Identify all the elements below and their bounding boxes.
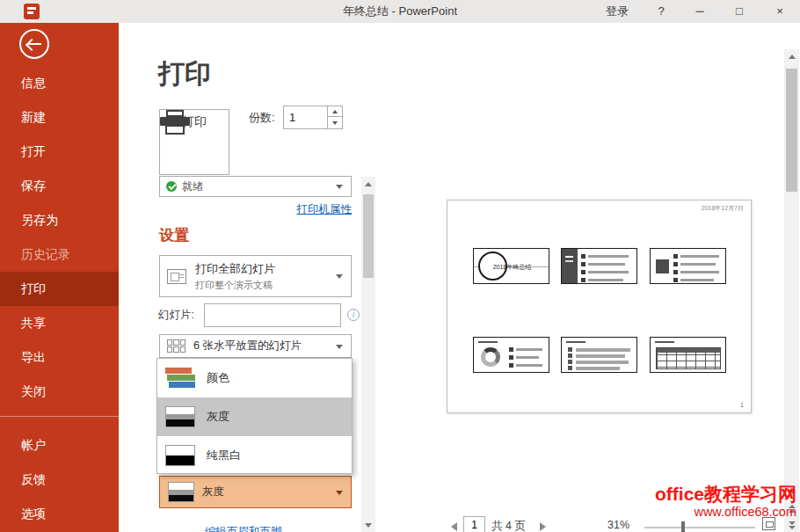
- sidebar-item-feedback[interactable]: 反馈: [0, 463, 119, 497]
- maximize-button[interactable]: □: [719, 0, 760, 23]
- color-option-grayscale[interactable]: 灰度: [157, 397, 352, 436]
- settings-scrollbar[interactable]: [361, 177, 375, 532]
- current-page-input[interactable]: [463, 516, 485, 532]
- slides-range-icon: [167, 269, 186, 284]
- back-button[interactable]: [19, 29, 49, 59]
- print-backstage: 打印 打印 份数: 就绪 打印机属性 设置 打印全部幻灯片: [119, 23, 800, 532]
- zoom-slider-thumb[interactable]: [681, 521, 685, 532]
- watermark-title: office教程学习网: [655, 484, 796, 505]
- preview-date-text: 2018年12月7日: [702, 204, 744, 213]
- powerpoint-backstage-window: 年终总结 - PowerPoint 登录 ? ─ □ × 信息 新建 打开 保存…: [0, 0, 800, 532]
- print-preview-page: 2018年12月7日 2018年终总结: [447, 200, 752, 413]
- backstage-sidebar: 信息 新建 打开 保存 另存为 历史记录 打印 共享 导出 关闭 帐户 反馈 选…: [0, 23, 119, 532]
- printer-dropdown[interactable]: 就绪: [159, 176, 352, 197]
- help-button[interactable]: ?: [642, 0, 680, 23]
- next-page-button[interactable]: [540, 522, 546, 531]
- copies-spinner: [327, 106, 342, 128]
- sidebar-item-options[interactable]: 选项: [0, 497, 119, 531]
- previous-page-button[interactable]: [451, 522, 457, 531]
- color-mode-popup: 颜色 灰度 纯黑白: [156, 358, 353, 474]
- sidebar-item-print[interactable]: 打印: [0, 272, 119, 306]
- arrow-up-icon: [789, 55, 796, 59]
- slides-label: 幻灯片:: [158, 303, 194, 327]
- edit-header-footer-link[interactable]: 编辑页眉和页脚: [205, 525, 282, 532]
- scroll-down-button[interactable]: [361, 518, 375, 532]
- page-total-label: 共 4 页: [491, 519, 526, 532]
- next-slide-button[interactable]: [784, 518, 799, 532]
- color-mode-icon: [165, 368, 195, 389]
- window-controls: 登录 ? ─ □ ×: [593, 0, 800, 23]
- sidebar-item-save[interactable]: 保存: [0, 169, 119, 203]
- titlebar: 年终总结 - PowerPoint 登录 ? ─ □ ×: [0, 0, 800, 23]
- donut-chart-decoration: [481, 347, 500, 367]
- copies-label: 份数:: [249, 106, 275, 129]
- print-range-dropdown[interactable]: 打印全部幻灯片 打印整个演示文稿: [159, 255, 352, 297]
- close-button[interactable]: ×: [760, 0, 800, 23]
- page-title: 打印: [158, 56, 211, 92]
- arrow-down-icon: [365, 523, 372, 528]
- grayscale-mode-icon: [168, 482, 194, 502]
- site-watermark: office教程学习网 www.office68.com: [655, 484, 796, 520]
- layout-dropdown[interactable]: 6 张水平放置的幻灯片: [159, 334, 352, 358]
- copies-input[interactable]: [284, 106, 327, 128]
- slides-range-input[interactable]: [204, 303, 341, 327]
- sidebar-item-close-file[interactable]: 关闭: [0, 375, 119, 409]
- copies-decrement-button[interactable]: [328, 118, 342, 128]
- copies-increment-button[interactable]: [328, 106, 342, 117]
- table-decoration: [656, 347, 721, 369]
- pure-bw-mode-icon: [165, 445, 195, 466]
- sidebar-item-save-as[interactable]: 另存为: [0, 203, 119, 237]
- sidebar-divider: [0, 416, 119, 417]
- slide-thumbnail-4: [473, 337, 549, 373]
- sidebar-item-history[interactable]: 历史记录: [0, 237, 119, 272]
- zoom-slider-track[interactable]: [644, 527, 755, 528]
- minimize-button[interactable]: ─: [680, 0, 719, 23]
- spinner-up-icon: [332, 110, 338, 113]
- slide-thumbnail-5: [561, 337, 637, 373]
- sidebar-item-share[interactable]: 共享: [0, 306, 119, 340]
- printer-properties-link[interactable]: 打印机属性: [297, 203, 353, 215]
- slide-thumbnail-3: [650, 248, 726, 284]
- slide-thumbnail-1: 2018年终总结: [473, 248, 549, 284]
- sidebar-item-account[interactable]: 帐户: [0, 428, 119, 463]
- sidebar-menu: 信息 新建 打开 保存 另存为 历史记录 打印 共享 导出 关闭 帐户 反馈 选…: [0, 66, 119, 531]
- preview-slide-number: 1: [740, 402, 744, 408]
- double-arrow-down-icon: [789, 521, 796, 529]
- preview-scrollbar[interactable]: [784, 49, 799, 532]
- scrollbar-thumb[interactable]: [786, 69, 797, 192]
- sidebar-item-new[interactable]: 新建: [0, 100, 119, 135]
- print-range-subtitle: 打印整个演示文稿: [195, 279, 275, 292]
- color-mode-dropdown[interactable]: 灰度: [159, 476, 352, 508]
- slide-thumbnail-6: [650, 337, 726, 373]
- chevron-down-icon: [336, 185, 343, 189]
- layout-dropdown-label: 6 张水平放置的幻灯片: [193, 339, 302, 353]
- watermark-url: www.office68.com: [655, 505, 796, 520]
- sidebar-item-open[interactable]: 打开: [0, 135, 119, 169]
- print-button[interactable]: 打印: [159, 109, 229, 175]
- color-option-pure-bw[interactable]: 纯黑白: [157, 436, 352, 475]
- sidebar-item-export[interactable]: 导出: [0, 340, 119, 375]
- printer-ready-icon: [166, 181, 177, 192]
- slide-thumbnail-2: [561, 248, 637, 284]
- grayscale-mode-icon: [165, 406, 195, 427]
- chevron-down-icon: [336, 345, 343, 349]
- chevron-down-icon: [336, 491, 343, 495]
- spinner-down-icon: [332, 121, 338, 125]
- scroll-up-button[interactable]: [784, 49, 799, 63]
- sidebar-item-info[interactable]: 信息: [0, 66, 119, 100]
- zoom-percentage: 31%: [607, 519, 629, 531]
- printer-status: 就绪: [182, 179, 203, 194]
- sign-in-button[interactable]: 登录: [593, 0, 642, 23]
- scroll-up-button[interactable]: [361, 177, 375, 191]
- copies-stepper: [283, 106, 343, 129]
- print-range-text: 打印全部幻灯片 打印整个演示文稿: [195, 261, 275, 292]
- info-icon[interactable]: [347, 309, 360, 321]
- chevron-down-icon: [336, 274, 343, 279]
- settings-heading: 设置: [159, 225, 189, 245]
- color-mode-dropdown-label: 灰度: [202, 485, 224, 499]
- scrollbar-thumb[interactable]: [363, 194, 374, 278]
- color-option-color[interactable]: 颜色: [157, 359, 352, 397]
- arrow-up-icon: [365, 182, 372, 186]
- title-slide-text: 2018年终总结: [477, 263, 547, 272]
- six-slides-layout-icon: [167, 339, 185, 353]
